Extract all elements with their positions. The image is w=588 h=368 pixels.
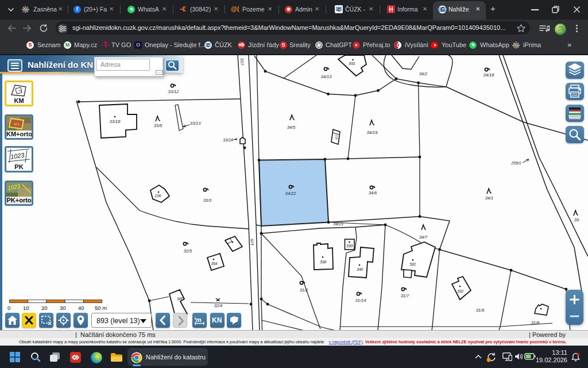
svg-text:C: C xyxy=(337,7,341,13)
svg-text:940: 940 xyxy=(357,267,363,271)
svg-text:32/5: 32/5 xyxy=(184,248,192,254)
svg-text:33/13: 33/13 xyxy=(190,121,202,126)
svg-text:32/1: 32/1 xyxy=(250,238,255,246)
svg-text:33/24: 33/24 xyxy=(223,138,233,142)
svg-text:34/1: 34/1 xyxy=(485,195,494,201)
svg-text:371: 371 xyxy=(14,122,20,126)
svg-text:33/12: 33/12 xyxy=(168,89,180,94)
svg-text:C: C xyxy=(207,43,210,48)
svg-text:31/8: 31/8 xyxy=(531,320,540,325)
svg-text:34/7: 34/7 xyxy=(419,235,428,240)
svg-text:34/5: 34/5 xyxy=(287,125,296,130)
svg-text:350: 350 xyxy=(18,90,22,92)
svg-text:209/1: 209/1 xyxy=(510,161,521,165)
svg-text:980: 980 xyxy=(177,297,184,301)
svg-text:39: 39 xyxy=(574,217,579,223)
svg-text:32/4: 32/4 xyxy=(214,303,223,308)
svg-text:581: 581 xyxy=(410,262,416,266)
svg-text:34/6: 34/6 xyxy=(369,190,377,195)
svg-text:893: 893 xyxy=(349,62,355,66)
svg-text:33/7: 33/7 xyxy=(240,58,244,66)
svg-text:34/22: 34/22 xyxy=(285,191,297,196)
svg-text:599: 599 xyxy=(347,244,353,248)
svg-text:31/14: 31/14 xyxy=(355,298,366,303)
svg-text:34/18: 34/18 xyxy=(483,72,495,78)
svg-text:m: m xyxy=(196,316,202,323)
svg-text:106: 106 xyxy=(155,194,161,198)
svg-text:C: C xyxy=(440,6,444,13)
svg-text:598: 598 xyxy=(320,260,327,264)
svg-text:31/9: 31/9 xyxy=(476,308,485,313)
svg-text:33/5: 33/5 xyxy=(154,123,163,128)
svg-text:33/18: 33/18 xyxy=(110,119,121,124)
svg-text:1023: 1023 xyxy=(10,151,25,160)
svg-text:31/2: 31/2 xyxy=(300,288,308,293)
svg-text:34/13: 34/13 xyxy=(321,74,332,79)
svg-text:31/7: 31/7 xyxy=(401,293,409,298)
svg-text:364: 364 xyxy=(211,262,218,266)
svg-text:34/23: 34/23 xyxy=(333,222,343,226)
svg-text:34/19: 34/19 xyxy=(367,130,378,135)
svg-text:34/2: 34/2 xyxy=(419,71,428,76)
svg-text:582: 582 xyxy=(458,289,464,293)
svg-text:33/3: 33/3 xyxy=(203,198,212,203)
